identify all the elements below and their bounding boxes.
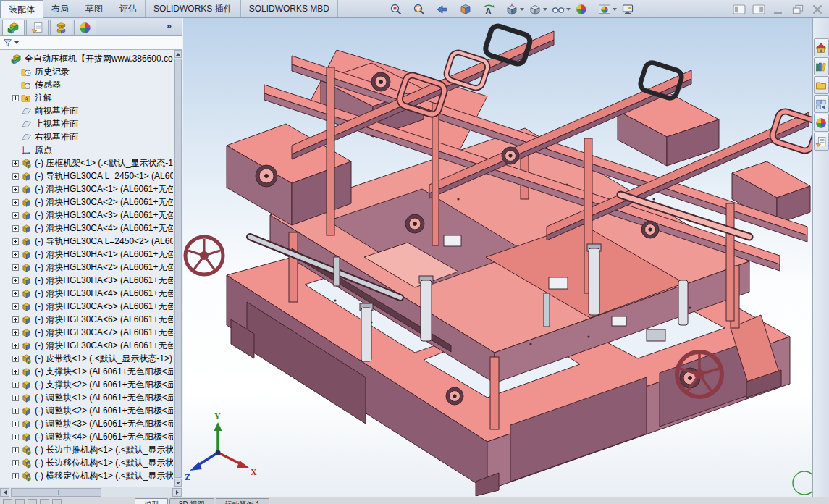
tree-item[interactable]: 传感器: [2, 78, 173, 91]
scroll-right-button[interactable]: [172, 488, 182, 497]
expand-toggle-icon[interactable]: [12, 199, 19, 206]
cad-model-canvas[interactable]: Y X Z: [183, 18, 812, 497]
dropdown-caret-icon[interactable]: [613, 8, 617, 11]
heads-up-button[interactable]: [619, 1, 642, 17]
filter-dropdown-caret-icon[interactable]: [14, 41, 19, 44]
tree-item[interactable]: (-) 滑块HGL30CA<1> (AL6061+无色: [2, 182, 173, 196]
expand-toggle-icon[interactable]: [12, 356, 19, 362]
tree-item[interactable]: (-) 支撑块<1> (AL6061+无色阳极<显: [2, 365, 173, 378]
solidworks-resources-button[interactable]: [814, 38, 829, 56]
custom-properties-button[interactable]: [814, 133, 829, 151]
appearances-scenes-button[interactable]: [814, 114, 829, 132]
expand-toggle-icon[interactable]: [12, 447, 19, 453]
tree-item[interactable]: (-) 横移定位机构<1> (.<默认_显示状: [2, 469, 173, 482]
expand-toggle-icon[interactable]: [12, 369, 19, 375]
expand-toggle-icon[interactable]: [12, 95, 19, 101]
tree-item[interactable]: (-) 长边中推机构<1> (.<默认_显示状: [2, 443, 173, 456]
expand-toggle-icon[interactable]: [12, 395, 19, 401]
splitter-handle[interactable]: [3, 499, 12, 504]
document-tab[interactable]: 运动算例 1: [216, 498, 269, 504]
tree-item[interactable]: 上视基准面: [2, 117, 173, 130]
expand-toggle-icon[interactable]: [12, 277, 19, 284]
pane-right-button[interactable]: [752, 4, 766, 15]
panel-expand-chevron[interactable]: »: [167, 20, 172, 31]
heads-up-button[interactable]: [387, 1, 411, 17]
tree-item[interactable]: (-) 调整块<2> (AL6061+无色阳极<显: [2, 404, 173, 417]
heads-up-button[interactable]: [503, 1, 526, 17]
expand-toggle-icon[interactable]: [12, 160, 19, 167]
tree-item[interactable]: (-) 长边移位机构<1> (.<默认_显示状: [2, 456, 173, 469]
pane-left-button[interactable]: [732, 4, 746, 15]
restore-button[interactable]: [791, 4, 805, 15]
dropdown-caret-icon[interactable]: [543, 8, 547, 11]
expand-toggle-icon[interactable]: [12, 264, 19, 271]
ribbon-tab[interactable]: SOLIDWORKS MBD: [241, 0, 338, 17]
expand-toggle-icon[interactable]: [12, 434, 19, 440]
heads-up-button[interactable]: [480, 1, 503, 17]
ribbon-tab[interactable]: 布局: [43, 0, 77, 17]
expand-toggle-icon[interactable]: [12, 303, 19, 310]
tree-item[interactable]: (-) 导轨HGL30CA L=2450<1> (AL60: [2, 169, 173, 182]
tree-item[interactable]: (-) 调整块<1> (AL6061+无色阳极<显: [2, 391, 173, 404]
configurationmanager-tab[interactable]: [50, 20, 72, 35]
design-library-button[interactable]: [814, 57, 829, 75]
tree-item[interactable]: (-) 支撑块<2> (AL6061+无色阳极<显: [2, 378, 173, 391]
document-tab[interactable]: 3D 视图: [169, 498, 214, 504]
close-button[interactable]: [810, 4, 825, 15]
expand-toggle-icon[interactable]: [12, 290, 19, 297]
document-tab[interactable]: 模型: [135, 498, 168, 504]
tree-item[interactable]: (-) 滑块HGL30CA<8> (AL6061+无色: [2, 339, 173, 352]
tree-item[interactable]: 右视基准面: [2, 130, 173, 143]
sketch-circle[interactable]: [793, 471, 812, 495]
heads-up-button[interactable]: [526, 1, 550, 17]
expand-toggle-icon[interactable]: [12, 173, 19, 180]
scroll-left-button[interactable]: [0, 488, 9, 497]
tree-horizontal-scrollbar[interactable]: [0, 487, 182, 497]
expand-toggle-icon[interactable]: [12, 186, 19, 193]
tab-scroll-next[interactable]: [40, 499, 49, 504]
tree-item[interactable]: (-) 调整块<4> (AL6061+无色阳极<显: [2, 430, 173, 443]
tree-item[interactable]: (-) 皮带线<1> (.<默认_显示状态-1>): [2, 352, 173, 365]
expand-toggle-icon[interactable]: [12, 421, 19, 427]
tab-scroll-last[interactable]: [52, 499, 62, 504]
heads-up-button[interactable]: [434, 1, 457, 17]
tree-item[interactable]: (-) 导轨HGL30CA L=2450<2> (AL60: [2, 235, 173, 248]
tree-item[interactable]: (-) 滑块HGL30HA<2> (AL6061+无色: [2, 261, 173, 274]
expand-toggle-icon[interactable]: [12, 343, 19, 349]
tree-item[interactable]: 全自动压框机【开拔网www.386600.com】: [2, 52, 173, 65]
scroll-up-button[interactable]: [174, 50, 182, 58]
tree-item[interactable]: (-) 滑块HGL30HA<1> (AL6061+无色: [2, 248, 173, 261]
handwheel-left[interactable]: [185, 237, 223, 274]
tree-item[interactable]: (-) 滑块HGL30CA<5> (AL6061+无色: [2, 300, 173, 313]
propertymanager-tab[interactable]: [26, 20, 49, 35]
ribbon-tab[interactable]: SOLIDWORKS 插件: [146, 0, 241, 17]
expand-toggle-icon[interactable]: [12, 329, 19, 336]
expand-toggle-icon[interactable]: [12, 238, 19, 245]
ribbon-tab[interactable]: 草图: [77, 0, 111, 17]
graphics-viewport[interactable]: Y X Z: [183, 18, 812, 497]
filter-funnel-icon[interactable]: [3, 38, 12, 48]
expand-toggle-icon[interactable]: [12, 408, 19, 414]
expand-toggle-icon[interactable]: [12, 382, 19, 388]
heads-up-button[interactable]: [457, 1, 480, 17]
tree-item[interactable]: 历史记录: [2, 65, 173, 78]
expand-toggle-icon[interactable]: [12, 212, 19, 219]
heads-up-button[interactable]: [573, 1, 596, 17]
dropdown-caret-icon[interactable]: [566, 8, 571, 11]
tree-item[interactable]: 注解: [2, 91, 173, 104]
orientation-triad[interactable]: Y X Z: [185, 411, 257, 482]
expand-toggle-icon[interactable]: [12, 225, 19, 232]
tree-item[interactable]: (-) 滑块HGL30CA<2> (AL6061+无色: [2, 196, 173, 209]
heads-up-button[interactable]: [411, 1, 434, 17]
ribbon-tab[interactable]: 装配体: [0, 0, 43, 18]
expand-toggle-icon[interactable]: [12, 251, 19, 258]
tree-item[interactable]: (-) 滑块HGL30CA<7> (AL6061+无色: [2, 326, 173, 339]
appearances-tab[interactable]: [74, 20, 96, 35]
heads-up-button[interactable]: [596, 1, 619, 17]
tree-item[interactable]: (-) 滑块HGL30HA<3> (AL6061+无色: [2, 274, 173, 287]
vertical-scroll-thumb[interactable]: [174, 59, 182, 478]
tree-item[interactable]: (-) 滑块HGL30CA<3> (AL6061+无色: [2, 209, 173, 222]
expand-toggle-icon[interactable]: [12, 460, 19, 466]
heads-up-button[interactable]: [550, 1, 573, 17]
tree-vertical-scrollbar[interactable]: [174, 50, 182, 487]
